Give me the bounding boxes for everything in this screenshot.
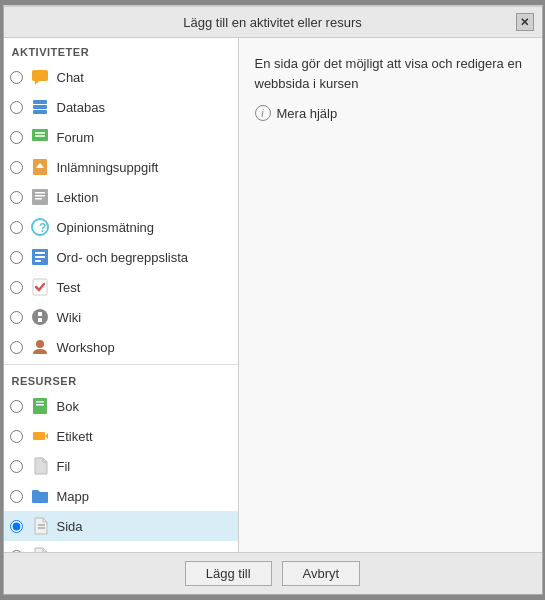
svg-marker-1 bbox=[35, 81, 39, 85]
etikett-icon bbox=[29, 425, 51, 447]
radio-ord[interactable] bbox=[10, 251, 23, 264]
radio-wiki[interactable] bbox=[10, 311, 23, 324]
activities-list: ChatDatabasForumInlämningsuppgiftLektion… bbox=[4, 62, 238, 362]
ord-label: Ord- och begreppslista bbox=[57, 250, 189, 265]
forum-icon bbox=[29, 126, 51, 148]
lektion-icon bbox=[29, 186, 51, 208]
more-help-label: Mera hjälp bbox=[277, 106, 338, 121]
list-item-etikett[interactable]: Etikett bbox=[4, 421, 238, 451]
list-item-test[interactable]: Test bbox=[4, 272, 238, 302]
svg-rect-17 bbox=[35, 252, 45, 254]
svg-rect-19 bbox=[35, 260, 41, 262]
resurser-header: RESURSER bbox=[4, 367, 238, 391]
dialog-title: Lägg till en aktivitet eller resurs bbox=[30, 15, 516, 30]
test-icon bbox=[29, 276, 51, 298]
inlamning-label: Inlämningsuppgift bbox=[57, 160, 159, 175]
list-item-mapp[interactable]: Mapp bbox=[4, 481, 238, 511]
test-label: Test bbox=[57, 280, 81, 295]
workshop-icon bbox=[29, 336, 51, 358]
cancel-button[interactable]: Avbryt bbox=[282, 561, 361, 586]
svg-rect-28 bbox=[33, 432, 45, 440]
svg-rect-26 bbox=[36, 401, 44, 403]
chat-icon bbox=[29, 66, 51, 88]
sida-label: Sida bbox=[57, 519, 83, 534]
svg-rect-11 bbox=[35, 192, 45, 194]
opinion-label: Opinionsmätning bbox=[57, 220, 155, 235]
resources-list: BokEtikettFilMappSidaURL bbox=[4, 391, 238, 552]
list-item-forum[interactable]: Forum bbox=[4, 122, 238, 152]
fil-label: Fil bbox=[57, 459, 71, 474]
list-item-sida[interactable]: Sida bbox=[4, 511, 238, 541]
lektion-label: Lektion bbox=[57, 190, 99, 205]
radio-mapp[interactable] bbox=[10, 490, 23, 503]
svg-rect-0 bbox=[32, 70, 48, 81]
radio-opinion[interactable] bbox=[10, 221, 23, 234]
list-item-url[interactable]: URL bbox=[4, 541, 238, 552]
list-item-ord[interactable]: Ord- och begreppslista bbox=[4, 242, 238, 272]
list-item-databas[interactable]: Databas bbox=[4, 92, 238, 122]
dialog: Lägg till en aktivitet eller resurs ✕ AK… bbox=[3, 5, 543, 595]
radio-workshop[interactable] bbox=[10, 341, 23, 354]
radio-databas[interactable] bbox=[10, 101, 23, 114]
bok-label: Bok bbox=[57, 399, 79, 414]
more-help[interactable]: i Mera hjälp bbox=[255, 105, 526, 121]
opinion-icon: ? bbox=[29, 216, 51, 238]
databas-label: Databas bbox=[57, 100, 105, 115]
mapp-icon bbox=[29, 485, 51, 507]
bok-icon bbox=[29, 395, 51, 417]
svg-rect-2 bbox=[33, 100, 47, 104]
title-bar: Lägg till en aktivitet eller resurs ✕ bbox=[4, 7, 542, 38]
aktiviteter-header: AKTIVITETER bbox=[4, 38, 238, 62]
info-icon: i bbox=[255, 105, 271, 121]
svg-rect-10 bbox=[32, 189, 48, 205]
list-item-bok[interactable]: Bok bbox=[4, 391, 238, 421]
svg-rect-18 bbox=[35, 256, 45, 258]
radio-inlamning[interactable] bbox=[10, 161, 23, 174]
ord-icon bbox=[29, 246, 51, 268]
svg-rect-23 bbox=[38, 318, 42, 322]
description-text: En sida gör det möjligt att visa och red… bbox=[255, 54, 526, 93]
forum-label: Forum bbox=[57, 130, 95, 145]
list-item-lektion[interactable]: Lektion bbox=[4, 182, 238, 212]
radio-etikett[interactable] bbox=[10, 430, 23, 443]
chat-label: Chat bbox=[57, 70, 84, 85]
list-item-opinion[interactable]: ?Opinionsmätning bbox=[4, 212, 238, 242]
radio-forum[interactable] bbox=[10, 131, 23, 144]
radio-chat[interactable] bbox=[10, 71, 23, 84]
fil-icon bbox=[29, 455, 51, 477]
dialog-body: AKTIVITETER ChatDatabasForumInlämningsup… bbox=[4, 38, 542, 552]
svg-rect-4 bbox=[33, 110, 47, 114]
svg-rect-3 bbox=[33, 105, 47, 109]
url-icon bbox=[29, 545, 51, 552]
svg-point-24 bbox=[36, 340, 44, 348]
svg-rect-27 bbox=[36, 404, 44, 406]
list-item-fil[interactable]: Fil bbox=[4, 451, 238, 481]
right-panel: En sida gör det möjligt att visa och red… bbox=[239, 38, 542, 552]
dialog-footer: Lägg till Avbryt bbox=[4, 552, 542, 594]
list-item-inlamning[interactable]: Inlämningsuppgift bbox=[4, 152, 238, 182]
inlamning-icon bbox=[29, 156, 51, 178]
workshop-label: Workshop bbox=[57, 340, 115, 355]
radio-lektion[interactable] bbox=[10, 191, 23, 204]
svg-rect-22 bbox=[38, 312, 42, 316]
mapp-label: Mapp bbox=[57, 489, 90, 504]
radio-bok[interactable] bbox=[10, 400, 23, 413]
svg-rect-5 bbox=[32, 129, 48, 141]
svg-rect-12 bbox=[35, 195, 45, 197]
radio-fil[interactable] bbox=[10, 460, 23, 473]
wiki-label: Wiki bbox=[57, 310, 82, 325]
radio-sida[interactable] bbox=[10, 520, 23, 533]
left-panel: AKTIVITETER ChatDatabasForumInlämningsup… bbox=[4, 38, 239, 552]
sida-icon bbox=[29, 515, 51, 537]
list-item-wiki[interactable]: Wiki bbox=[4, 302, 238, 332]
svg-marker-29 bbox=[45, 433, 48, 439]
close-button[interactable]: ✕ bbox=[516, 13, 534, 31]
databas-icon bbox=[29, 96, 51, 118]
svg-text:?: ? bbox=[39, 221, 46, 235]
svg-rect-13 bbox=[35, 198, 42, 200]
list-item-chat[interactable]: Chat bbox=[4, 62, 238, 92]
wiki-icon bbox=[29, 306, 51, 328]
radio-test[interactable] bbox=[10, 281, 23, 294]
add-button[interactable]: Lägg till bbox=[185, 561, 272, 586]
list-item-workshop[interactable]: Workshop bbox=[4, 332, 238, 362]
